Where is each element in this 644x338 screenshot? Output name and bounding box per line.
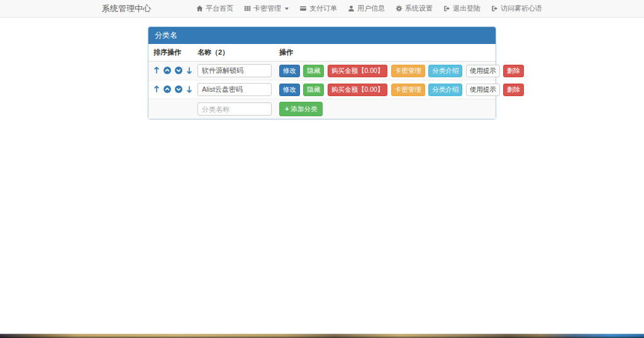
category-table: 排序操作 名称（2） 操作 [148,44,496,119]
nav-item-pay-orders[interactable]: 支付订单 [299,4,337,13]
category-intro-button[interactable]: 分类介绍 [428,65,462,78]
new-category-name-input[interactable] [197,102,272,116]
nav-item-label: 卡密管理 [253,4,281,13]
sign-out-icon [443,5,450,12]
sort-cell [148,62,192,80]
usage-tip-button[interactable]: 使用提示 [466,84,500,97]
add-category-button[interactable]: +添加分类 [279,102,323,116]
category-panel: 分类名 排序操作 名称（2） 操作 [148,26,496,119]
nav-item-system-settings[interactable]: 系统设置 [396,4,433,13]
card-manage-button[interactable]: 卡密管理 [391,65,425,78]
sort-bottom-icon[interactable] [186,67,192,74]
buy-amount-button[interactable]: 购买金额【0.00】 [328,84,387,97]
panel-title: 分类名 [148,27,496,44]
plus-icon: + [285,105,289,112]
gear-icon [396,5,402,12]
add-category-row: +添加分类 [148,99,496,119]
add-category-label: 添加分类 [291,105,317,112]
nav-item-platform-home[interactable]: 平台首页 [196,4,233,13]
nav-item-user-info[interactable]: 用户信息 [348,4,385,13]
nav-item-card-manage[interactable]: 卡密管理 [244,4,289,13]
actions-cell: 修改 隐藏 购买金额【0.00】 卡密管理 分类介绍 使用提示 删除 [274,62,496,80]
nav-item-label: 访问雾祈心语 [501,4,542,13]
nav-item-label: 平台首页 [206,4,233,13]
sort-down-icon[interactable] [175,67,182,74]
category-name-input[interactable] [197,64,272,77]
nav-item-label: 支付订单 [309,4,337,13]
category-name-input[interactable] [197,83,272,96]
buy-amount-button[interactable]: 购买金额【0.00】 [328,65,387,78]
card-manage-button[interactable]: 卡密管理 [391,84,425,97]
home-icon [196,5,203,12]
table-row: 修改 隐藏 购买金额【0.00】 卡密管理 分类介绍 使用提示 删除 [148,62,496,80]
col-header-actions: 操作 [274,44,496,62]
top-navbar: 系统管理中心 平台首页 卡密管理 [0,0,644,18]
empty-cell [148,99,192,119]
nav-item-label: 退出登陆 [453,4,480,13]
actions-cell: +添加分类 [274,99,496,119]
nav-item-logout[interactable]: 退出登陆 [443,4,480,13]
navbar-container: 系统管理中心 平台首页 卡密管理 [102,0,542,17]
credit-card-icon [299,5,307,12]
sort-top-icon[interactable] [153,67,160,74]
sort-up-icon[interactable] [164,67,171,74]
table-row: 修改 隐藏 购买金额【0.00】 卡密管理 分类介绍 使用提示 删除 [148,80,496,99]
usage-tip-button[interactable]: 使用提示 [466,65,500,78]
sort-up-icon[interactable] [164,85,171,93]
name-cell [192,99,274,119]
nav-item-label: 系统设置 [405,4,433,13]
delete-button[interactable]: 删除 [503,84,524,97]
hide-button[interactable]: 隐藏 [303,84,324,97]
sign-out-icon [491,5,498,12]
delete-button[interactable]: 删除 [503,65,524,78]
edit-button[interactable]: 修改 [279,65,300,78]
table-header-row: 排序操作 名称（2） 操作 [148,44,496,62]
chevron-down-icon [285,8,289,10]
background-photo-strip [0,334,644,338]
sort-top-icon[interactable] [153,85,160,93]
navbar-links: 平台首页 卡密管理 支付订单 [196,4,542,13]
hide-button[interactable]: 隐藏 [303,65,324,78]
edit-button[interactable]: 修改 [279,84,300,97]
grid-icon [244,5,251,12]
col-header-name: 名称（2） [192,44,274,62]
actions-cell: 修改 隐藏 购买金额【0.00】 卡密管理 分类介绍 使用提示 删除 [274,80,496,99]
category-intro-button[interactable]: 分类介绍 [428,84,462,97]
sort-cell [148,80,192,99]
nav-item-label: 用户信息 [357,4,385,13]
col-header-sort: 排序操作 [148,44,192,62]
sort-down-icon[interactable] [175,85,182,93]
name-cell [192,62,274,80]
nav-item-visit-site[interactable]: 访问雾祈心语 [491,4,542,13]
user-icon [348,5,355,12]
sort-bottom-icon[interactable] [186,85,192,93]
name-cell [192,80,274,99]
brand-title[interactable]: 系统管理中心 [102,3,151,14]
